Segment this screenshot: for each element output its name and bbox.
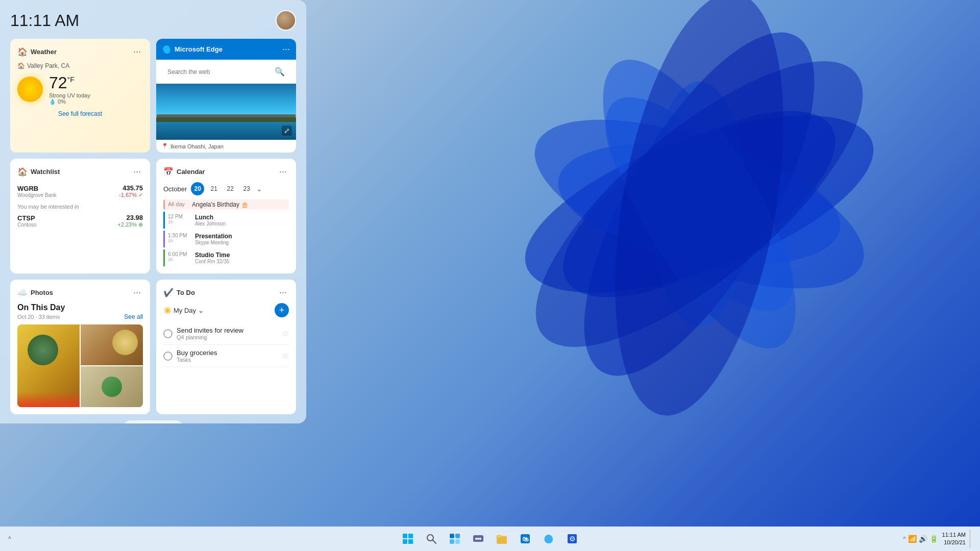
edge-taskbar-button[interactable] <box>537 528 560 550</box>
photos-meta: Oct 20 · 33 items See all <box>17 313 143 320</box>
todo-star-1[interactable]: ☆ <box>282 329 289 338</box>
todo-my-day-label[interactable]: ☀️ My Day ⌄ <box>163 307 204 314</box>
calendar-more-button[interactable]: ··· <box>277 166 289 177</box>
calendar-event-studio[interactable]: 6:00 PM 3h Studio Time Conf Rm 32/35 <box>163 249 289 266</box>
photos-widget-header: ☁️ Photos ··· <box>17 287 143 298</box>
store-taskbar-button[interactable]: 🛍 <box>514 528 536 550</box>
event-name-presentation: Presentation <box>195 233 232 240</box>
calendar-widget: 📅 Calendar ··· October 20 21 22 23 ⌄ All <box>156 159 296 273</box>
cal-date-20[interactable]: 20 <box>191 182 204 195</box>
photos-thumbnail-grid <box>17 324 143 407</box>
edge-taskbar-icon <box>543 533 554 544</box>
search-taskbar-button[interactable] <box>420 528 443 550</box>
svg-rect-19 <box>455 539 460 544</box>
stock-row-ctsp: CTSP Contoso 23.98 +2.23% ⊕ <box>17 212 143 230</box>
add-widgets-button[interactable]: Add widgets <box>123 420 184 423</box>
calendar-event-birthday[interactable]: All day Angela's Birthday 🎂 <box>163 199 289 210</box>
edge-widget-header: Microsoft Edge ··· <box>156 39 296 60</box>
weather-title-row: 🏠 Weather <box>17 47 57 57</box>
todo-subtitle-1: Q4 planning <box>177 334 278 340</box>
chat-taskbar-icon <box>473 533 484 544</box>
water <box>156 122 296 140</box>
svg-rect-12 <box>403 539 407 544</box>
search-icon: 🔍 <box>275 67 285 77</box>
calendar-chevron-icon[interactable]: ⌄ <box>256 185 262 193</box>
event-time-lunch: 12 PM <box>168 214 191 219</box>
weather-widget-header: 🏠 Weather ··· <box>17 46 143 57</box>
edge-search-input[interactable] <box>167 68 271 76</box>
todo-icon: ✔️ <box>163 288 174 297</box>
calendar-events-list: All day Angela's Birthday 🎂 12 PM 1h Lun… <box>163 199 289 266</box>
photo-thumbnail-3[interactable] <box>81 366 143 407</box>
edge-search-bar[interactable]: 🔍 <box>161 64 291 80</box>
stock-price-wgrb: 435.75 <box>119 184 143 192</box>
widgets-taskbar-button[interactable] <box>444 528 466 550</box>
edge-widget: Microsoft Edge ··· 🔍 ⤢ 📍 Ikema Ohashi, J… <box>156 39 296 153</box>
widget-panel: 11:11 AM 🏠 Weather ··· 🏠 Valley Park, CA <box>0 0 306 423</box>
weather-location: 🏠 Valley Park, CA <box>17 62 143 69</box>
edge-expand-icon[interactable]: ⤢ <box>282 126 292 136</box>
show-desktop-button[interactable] <box>970 530 972 548</box>
svg-point-21 <box>475 538 477 540</box>
todo-checkbox-2[interactable] <box>163 352 173 361</box>
weather-condition: Strong UV today 💧 0% <box>49 92 90 105</box>
stock-price-ctsp: 23.98 <box>117 214 143 221</box>
system-tray-clock[interactable]: 11:11 AM 10/20/21 <box>942 531 966 547</box>
start-button[interactable] <box>397 528 419 550</box>
cal-date-23[interactable]: 23 <box>240 182 253 195</box>
volume-tray-icon[interactable]: 🔊 <box>919 535 927 543</box>
photos-see-all-link[interactable]: See all <box>124 313 143 320</box>
file-explorer-taskbar-button[interactable] <box>491 528 513 550</box>
edge-more-button[interactable]: ··· <box>282 44 290 55</box>
todo-star-2[interactable]: ☆ <box>282 351 289 361</box>
svg-rect-18 <box>450 539 454 544</box>
user-avatar[interactable] <box>276 10 296 31</box>
tray-expand-icon[interactable]: ^ <box>8 535 11 542</box>
edge-logo-icon <box>162 45 172 54</box>
event-detail-studio: Conf Rm 32/35 <box>195 259 230 264</box>
event-time-presentation: 1:30 PM <box>168 233 191 238</box>
svg-point-23 <box>479 538 481 540</box>
photo-thumbnail-2[interactable] <box>81 324 143 365</box>
svg-rect-17 <box>455 534 460 538</box>
tray-expand-button[interactable]: ^ <box>903 536 905 542</box>
calendar-event-lunch[interactable]: 12 PM 1h Lunch Alex Johnson <box>163 212 289 229</box>
widgets-grid: 🏠 Weather ··· 🏠 Valley Park, CA 72°F Str… <box>10 39 296 414</box>
windows-wallpaper <box>470 0 929 434</box>
weather-more-button[interactable]: ··· <box>131 46 143 57</box>
battery-tray-icon[interactable]: 🔋 <box>929 535 938 543</box>
weather-main: 72°F Strong UV today 💧 0% <box>17 73 143 105</box>
store-taskbar-icon: 🛍 <box>520 533 531 544</box>
clock-display: 11:11 AM <box>10 11 79 30</box>
svg-rect-24 <box>497 536 507 544</box>
edge-location-label: 📍 Ikema Ohashi, Japan <box>156 140 296 153</box>
watchlist-widget: 🏠 Watchlist ··· WGRB Woodgrove Bank 435.… <box>10 159 150 273</box>
todo-more-button[interactable]: ··· <box>277 287 289 298</box>
chat-taskbar-button[interactable] <box>467 528 489 550</box>
todo-text-2: Buy groceries Tasks <box>177 349 278 363</box>
settings-taskbar-button[interactable]: ⚙ <box>561 528 583 550</box>
photo-thumbnail-1[interactable] <box>17 324 80 407</box>
calendar-event-presentation[interactable]: 1:30 PM 1h Presentation Skype Meeting <box>163 231 289 247</box>
photos-more-button[interactable]: ··· <box>131 287 143 298</box>
watchlist-more-button[interactable]: ··· <box>131 166 143 177</box>
svg-text:🛍: 🛍 <box>522 536 529 543</box>
event-name-lunch: Lunch <box>195 214 226 221</box>
file-explorer-icon <box>496 533 507 544</box>
calendar-dates: 20 21 22 23 ⌄ <box>191 182 262 195</box>
forecast-link[interactable]: See full forecast <box>17 110 143 117</box>
sun-icon-todo: ☀️ <box>163 307 172 314</box>
search-taskbar-icon <box>426 534 436 544</box>
cal-date-21[interactable]: 21 <box>207 182 220 195</box>
event-detail-lunch: Alex Johnson <box>195 221 226 227</box>
taskbar-center-icons: 🛍 ⚙ <box>397 528 583 550</box>
svg-rect-11 <box>408 534 413 538</box>
stock-company-wgrb: Woodgrove Bank <box>17 192 57 198</box>
todo-item-2: Buy groceries Tasks ☆ <box>163 345 289 367</box>
cal-date-22[interactable]: 22 <box>224 182 237 195</box>
wifi-tray-icon[interactable]: 📶 <box>908 535 917 543</box>
todo-add-button[interactable]: + <box>275 303 289 317</box>
allday-label: All day <box>168 201 185 208</box>
event-detail-presentation: Skype Meeting <box>195 240 232 245</box>
todo-checkbox-1[interactable] <box>163 329 173 338</box>
